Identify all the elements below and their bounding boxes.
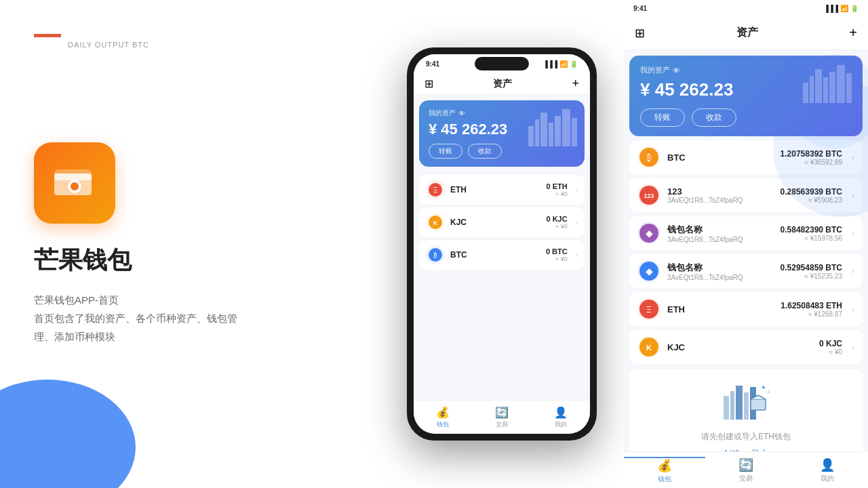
phone-tab-profile[interactable]: 👤 我的 bbox=[531, 406, 590, 429]
right-eth-info: ETH bbox=[667, 304, 774, 314]
right-coin-btc[interactable]: ₿ BTC 1.20758392 BTC ≈ ¥36592.89 › bbox=[629, 140, 863, 174]
right-eye-icon[interactable]: 👁 bbox=[673, 66, 680, 75]
phone-coin-list: Ξ ETH 0 ETH ≈ ¥0 › bbox=[414, 172, 590, 400]
city-bg-svg bbox=[525, 106, 579, 146]
box-icon: + + bbox=[722, 379, 770, 427]
phone-content: 我的资产 👁 ¥ 45 262.23 转账 收款 bbox=[414, 95, 590, 400]
svg-rect-20 bbox=[815, 69, 822, 103]
subtitle-top: DAILY OUTPUT BTC bbox=[68, 41, 149, 49]
right-header: ⊞ 资产 + bbox=[624, 16, 868, 50]
right-coin-wallet2[interactable]: ◆ 钱包名称 3AvEQt1R8...TsZ4fpaRQ 0.52954859 … bbox=[629, 254, 863, 288]
svg-rect-42 bbox=[751, 399, 766, 410]
right-wallet1-chevron-icon: › bbox=[852, 228, 854, 238]
right-profile-tab-icon: 👤 bbox=[820, 458, 835, 472]
svg-text:+: + bbox=[762, 384, 766, 391]
right-tabs: 💰 钱包 🔄 交易 👤 我的 bbox=[624, 451, 868, 488]
btc-chevron-icon: › bbox=[576, 251, 578, 259]
svg-rect-9 bbox=[555, 116, 561, 146]
right-btc-info: BTC bbox=[667, 152, 774, 163]
right-wallet2-icon: ◆ bbox=[637, 260, 660, 283]
eye-icon[interactable]: 👁 bbox=[458, 110, 465, 117]
svg-text:Ξ: Ξ bbox=[433, 186, 438, 194]
svg-rect-24 bbox=[846, 73, 852, 103]
svg-text:Ξ: Ξ bbox=[646, 305, 652, 314]
svg-rect-8 bbox=[549, 123, 553, 146]
phone-screen: 9:41 ▐▐▐ 📶 🔋 ⊞ 资产 + 我的资产 👁 bbox=[414, 54, 590, 434]
blue-blob bbox=[0, 380, 136, 488]
right-btc-icon: ₿ bbox=[637, 146, 660, 169]
right-asset-buttons: 转账 收款 bbox=[640, 108, 852, 127]
right-eth-icon: Ξ bbox=[637, 298, 660, 321]
svg-rect-23 bbox=[837, 65, 845, 103]
right-coin-wallet1[interactable]: ◆ 钱包名称 3AvEQt1R8...TsZ4fpaRQ 0.58482390 … bbox=[629, 216, 863, 250]
phone-nav-add-button[interactable]: + bbox=[572, 77, 579, 91]
svg-text:₿: ₿ bbox=[433, 251, 437, 259]
right-bottom-section: + + 请先创建或导入ETH钱包 创建 导入 bbox=[629, 369, 863, 451]
right-coin-eth[interactable]: Ξ ETH 1.62508483 ETH ≈ ¥1268.87 › bbox=[629, 292, 863, 326]
transaction-tab-icon: 🔄 bbox=[495, 406, 509, 419]
right-content: 我的资产 👁 ¥ 45 262.23 转账 收款 bbox=[624, 50, 868, 451]
svg-rect-22 bbox=[829, 72, 835, 103]
right-bottom-text: 请先创建或导入ETH钱包 bbox=[701, 431, 791, 443]
phone-section: 9:41 ▐▐▐ 📶 🔋 ⊞ 资产 + 我的资产 👁 bbox=[380, 0, 624, 488]
svg-text:₿: ₿ bbox=[647, 152, 652, 163]
svg-rect-18 bbox=[803, 83, 808, 103]
right-transaction-tab-icon: 🔄 bbox=[738, 458, 753, 472]
app-icon bbox=[34, 142, 115, 224]
phone-tab-wallet[interactable]: 💰 钱包 bbox=[414, 406, 473, 429]
right-coin-kjc[interactable]: K KJC 0 KJC ≈ ¥0 › bbox=[629, 330, 863, 364]
status-icons: ▐▐▐ 📶 🔋 bbox=[543, 60, 578, 68]
svg-rect-19 bbox=[810, 76, 814, 103]
btc-icon: ₿ bbox=[426, 245, 445, 264]
svg-rect-10 bbox=[562, 109, 570, 146]
svg-text:◆: ◆ bbox=[646, 266, 653, 277]
right-transfer-button[interactable]: 转账 bbox=[640, 108, 685, 127]
right-status-icons: ▐▐▐ 📶 🔋 bbox=[824, 5, 859, 12]
right-wallet2-info: 钱包名称 3AvEQt1R8...TsZ4fpaRQ bbox=[667, 262, 774, 281]
svg-rect-38 bbox=[730, 391, 734, 420]
svg-rect-2 bbox=[54, 174, 92, 180]
phone-asset-card: 我的资产 👁 ¥ 45 262.23 转账 收款 bbox=[419, 100, 585, 167]
right-tab-transaction[interactable]: 🔄 交易 bbox=[705, 458, 787, 483]
phone-shell: 9:41 ▐▐▐ 📶 🔋 ⊞ 资产 + 我的资产 👁 bbox=[407, 47, 597, 441]
svg-rect-39 bbox=[736, 386, 743, 420]
svg-rect-37 bbox=[724, 396, 729, 420]
svg-rect-11 bbox=[572, 118, 577, 146]
svg-point-4 bbox=[71, 182, 79, 190]
svg-text:K: K bbox=[433, 220, 438, 226]
phone-nav-grid-icon[interactable]: ⊞ bbox=[425, 77, 433, 90]
app-title: 芒果钱包 bbox=[34, 244, 346, 277]
right-kjc-chevron-icon: › bbox=[852, 342, 854, 352]
svg-rect-6 bbox=[535, 119, 539, 146]
eth-chevron-icon: › bbox=[576, 186, 578, 194]
phone-coin-eth[interactable]: Ξ ETH 0 ETH ≈ ¥0 › bbox=[419, 175, 585, 205]
right-coin-123[interactable]: 123 123 3AvEQt1R8...TsZ4fpaRQ 0.28563939… bbox=[629, 178, 863, 212]
wallet-tab-icon: 💰 bbox=[436, 406, 450, 419]
right-btc-chevron-icon: › bbox=[852, 152, 854, 162]
phone-transfer-button[interactable]: 转账 bbox=[429, 144, 462, 159]
right-receive-button[interactable]: 收款 bbox=[692, 108, 736, 127]
svg-text:◆: ◆ bbox=[646, 228, 653, 239]
svg-text:K: K bbox=[646, 344, 652, 352]
right-tab-wallet[interactable]: 💰 钱包 bbox=[624, 457, 705, 484]
svg-rect-5 bbox=[528, 126, 534, 146]
eth-icon: Ξ bbox=[426, 180, 445, 199]
right-wallet1-icon: ◆ bbox=[637, 222, 660, 245]
right-eth-chevron-icon: › bbox=[852, 304, 854, 314]
right-grid-icon[interactable]: ⊞ bbox=[635, 26, 645, 41]
phone-coin-btc[interactable]: ₿ BTC 0 BTC ≈ ¥0 › bbox=[419, 240, 585, 270]
phone-receive-button[interactable]: 收款 bbox=[468, 144, 502, 159]
phone-nav-bar: ⊞ 资产 + bbox=[414, 73, 590, 95]
kjc-chevron-icon: › bbox=[576, 219, 578, 226]
phone-tabs: 💰 钱包 🔄 交易 👤 我的 bbox=[414, 400, 590, 434]
phone-notch bbox=[475, 57, 529, 70]
right-tab-profile[interactable]: 👤 我的 bbox=[787, 458, 868, 483]
phone-tab-transaction[interactable]: 🔄 交易 bbox=[473, 406, 532, 429]
phone-coin-kjc[interactable]: K KJC 0 KJC ≈ ¥0 › bbox=[419, 207, 585, 237]
app-desc: 芒果钱包APP-首页 首页包含了我的资产、各个币种资产、钱包管 理、添加币种模块 bbox=[34, 291, 346, 346]
right-kjc-info: KJC bbox=[667, 342, 812, 352]
right-wallet2-chevron-icon: › bbox=[852, 266, 854, 276]
svg-rect-7 bbox=[540, 113, 547, 146]
right-add-button[interactable]: + bbox=[849, 25, 857, 41]
accent-bar bbox=[34, 34, 61, 37]
